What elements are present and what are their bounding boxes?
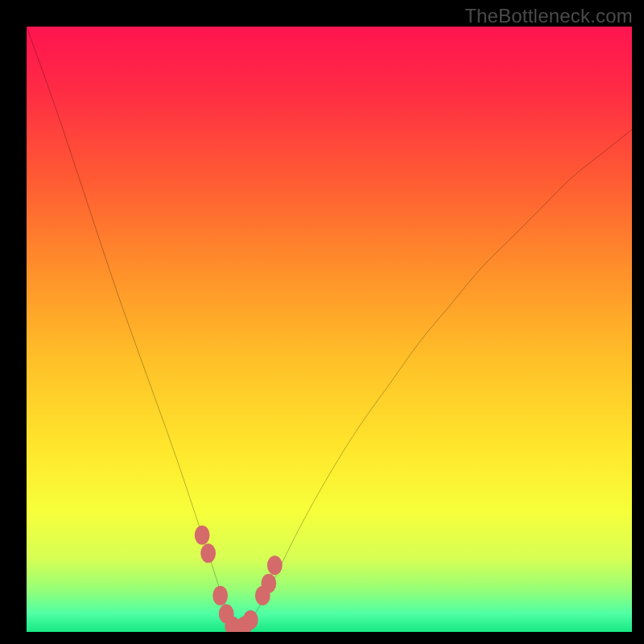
marker-dot [213,586,228,605]
marker-dot [261,574,276,593]
marker-dot [195,526,210,545]
watermark-text: TheBottleneck.com [464,5,633,27]
marker-dot [200,543,216,563]
curve-layer [27,27,632,632]
bottleneck-curve [27,27,632,626]
highlight-markers [195,526,283,632]
plot-area [27,27,632,632]
chart-frame: TheBottleneck.com [0,0,644,644]
marker-dot [267,555,283,575]
marker-dot [243,610,258,630]
